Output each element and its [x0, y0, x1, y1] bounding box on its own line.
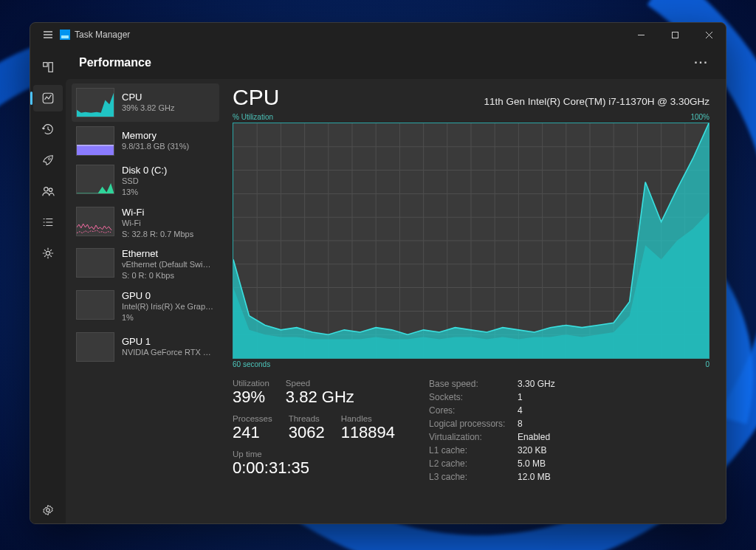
- svg-rect-0: [672, 32, 678, 38]
- perf-item-sub: 39% 3.82 GHz: [122, 103, 175, 114]
- perf-item-gpu0[interactable]: GPU 0Intel(R) Iris(R) Xe Grap…1%: [72, 286, 219, 328]
- close-button[interactable]: [692, 23, 726, 47]
- hamburger-icon: [42, 29, 54, 41]
- memory-thumb: [76, 126, 114, 156]
- lbl-utilization: Utilization: [233, 379, 269, 388]
- perf-item-sub: Wi-Fi: [122, 218, 193, 229]
- val-utilization: 39%: [233, 388, 269, 407]
- more-options-button[interactable]: ···: [692, 56, 711, 69]
- chart-xlabel-right: 0: [705, 360, 709, 368]
- svg-rect-1: [44, 63, 47, 66]
- nav-startup-apps[interactable]: [33, 147, 63, 173]
- perf-item-ethernet[interactable]: EthernetvEthernet (Default Swi…S: 0 R: 0…: [72, 244, 219, 286]
- maximize-button[interactable]: [658, 23, 692, 47]
- users-icon: [41, 185, 55, 198]
- cpu-chart-svg: [233, 123, 709, 358]
- history-icon: [41, 123, 55, 136]
- perf-item-title: CPU: [122, 92, 175, 103]
- performance-list[interactable]: CPU39% 3.82 GHz Memory9.8/31.8 GB (31%) …: [66, 79, 222, 523]
- spec-key: Cores:: [429, 405, 518, 416]
- nav-settings[interactable]: [33, 497, 63, 523]
- perf-item-title: Ethernet: [122, 248, 210, 259]
- perf-item-disk0[interactable]: Disk 0 (C:)SSD13%: [72, 160, 219, 202]
- chart-ymax: 100%: [690, 113, 709, 121]
- services-icon: [41, 247, 55, 260]
- svg-point-5: [44, 188, 48, 191]
- perf-item-title: Disk 0 (C:): [122, 165, 167, 176]
- nav-rail: [30, 47, 66, 523]
- lbl-processes: Processes: [233, 414, 272, 423]
- nav-users[interactable]: [33, 178, 63, 204]
- minimize-icon: [637, 31, 645, 39]
- svg-point-7: [46, 251, 49, 255]
- maximize-icon: [671, 31, 679, 39]
- nav-app-history[interactable]: [33, 116, 63, 142]
- val-processes: 241: [233, 423, 272, 442]
- startup-icon: [41, 154, 55, 167]
- spec-val: 3.30 GHz: [518, 379, 555, 389]
- perf-item-cpu[interactable]: CPU39% 3.82 GHz: [72, 83, 219, 122]
- nav-details[interactable]: [33, 209, 63, 236]
- disk-thumb: [76, 165, 114, 194]
- cpu-spec-grid: Base speed:3.30 GHzSockets:1Cores:4Logic…: [429, 379, 555, 482]
- spec-val: 5.0 MB: [518, 458, 555, 469]
- cpu-thumb: [76, 88, 114, 117]
- detail-title: CPU: [233, 85, 279, 110]
- spec-key: Virtualization:: [429, 432, 518, 442]
- page-header: Performance ···: [66, 47, 726, 79]
- spec-val: 8: [518, 419, 555, 429]
- spec-key: Base speed:: [429, 379, 518, 389]
- hamburger-menu-button[interactable]: [36, 29, 60, 41]
- val-uptime: 0:00:31:35: [233, 458, 309, 478]
- spec-key: L1 cache:: [429, 445, 518, 456]
- svg-rect-10: [77, 145, 114, 146]
- svg-rect-9: [77, 146, 114, 155]
- svg-point-8: [47, 509, 50, 512]
- perf-item-sub: vEthernet (Default Swi…: [122, 259, 210, 270]
- lbl-uptime: Up time: [233, 450, 309, 458]
- eth-thumb: [76, 248, 114, 278]
- svg-point-6: [49, 188, 52, 192]
- minimize-button[interactable]: [624, 23, 658, 47]
- nav-performance[interactable]: [33, 85, 63, 111]
- spec-val: Enabled: [518, 432, 555, 442]
- svg-rect-2: [49, 63, 52, 72]
- perf-item-sub2: S: 32.8 R: 0.7 Mbps: [122, 229, 193, 240]
- spec-val: 320 KB: [518, 445, 555, 456]
- val-threads: 3062: [289, 423, 325, 442]
- details-icon: [41, 216, 55, 229]
- nav-processes[interactable]: [33, 54, 63, 80]
- spec-key: Logical processors:: [429, 419, 518, 429]
- app-icon: [60, 30, 70, 40]
- wifi-thumb: [76, 207, 114, 236]
- spec-val: 1: [518, 392, 555, 402]
- detail-panel: CPU 11th Gen Intel(R) Core(TM) i7-11370H…: [222, 79, 726, 523]
- titlebar[interactable]: Task Manager: [30, 23, 726, 47]
- perf-item-memory[interactable]: Memory9.8/31.8 GB (31%): [72, 122, 219, 160]
- spec-val: 12.0 MB: [518, 472, 555, 482]
- cpu-chart[interactable]: % Utilization100%: [233, 113, 709, 368]
- lbl-speed: Speed: [286, 379, 354, 388]
- perf-item-sub: Intel(R) Iris(R) Xe Grap…: [122, 301, 213, 312]
- spec-key: L3 cache:: [429, 472, 518, 482]
- lbl-threads: Threads: [289, 414, 325, 423]
- perf-item-title: GPU 1: [122, 336, 211, 347]
- perf-item-wifi[interactable]: Wi-FiWi-FiS: 32.8 R: 0.7 Mbps: [72, 202, 219, 244]
- perf-item-sub: NVIDIA GeForce RTX …: [122, 347, 211, 358]
- nav-services[interactable]: [33, 240, 63, 267]
- perf-item-sub2: S: 0 R: 0 Kbps: [122, 270, 210, 281]
- perf-item-title: GPU 0: [122, 290, 213, 301]
- perf-item-title: Memory: [122, 130, 189, 141]
- perf-item-gpu1[interactable]: GPU 1NVIDIA GeForce RTX …: [72, 328, 219, 366]
- task-manager-window: Task Manager Performance ···: [30, 22, 726, 524]
- perf-item-sub2: 13%: [122, 187, 167, 198]
- val-speed: 3.82 GHz: [286, 388, 354, 407]
- page-title: Performance: [79, 56, 151, 69]
- window-title: Task Manager: [75, 30, 130, 40]
- perf-item-sub: SSD: [122, 176, 167, 187]
- lbl-handles: Handles: [341, 414, 395, 423]
- perf-item-title: Wi-Fi: [122, 207, 193, 218]
- perf-item-sub: 9.8/31.8 GB (31%): [122, 141, 189, 152]
- gpu0-thumb: [76, 290, 114, 320]
- chart-ylabel: % Utilization: [233, 113, 273, 121]
